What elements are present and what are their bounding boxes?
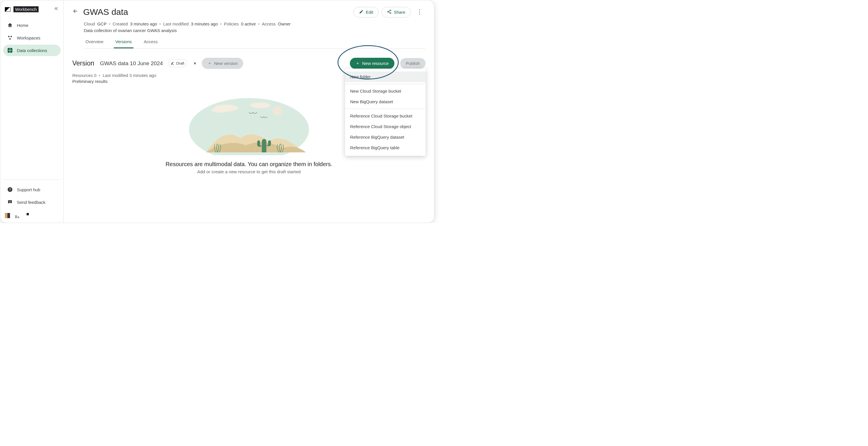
tab-access[interactable]: Access (142, 36, 159, 48)
avatar[interactable] (5, 213, 10, 218)
title-row: GWAS data Edit Share ⋮ (72, 7, 426, 18)
draft-edit-icon (170, 61, 175, 66)
menu-separator (345, 84, 426, 84)
svg-point-2 (9, 38, 11, 40)
tab-overview[interactable]: Overview (84, 36, 105, 48)
plus-icon: ＋ (355, 61, 360, 66)
version-row: Version GWAS data 10 June 2024 Draft ▾ ＋… (72, 58, 426, 69)
resources-count: 0 (94, 73, 96, 78)
meta-policies-label: Policies (224, 22, 239, 26)
svg-rect-9 (10, 202, 10, 203)
more-menu-button[interactable]: ⋮ (413, 7, 426, 18)
avatar-row (3, 209, 61, 219)
svg-rect-10 (15, 215, 17, 218)
main: GWAS data Edit Share ⋮ Cloud GCP • (64, 0, 434, 223)
separator-dot: • (99, 73, 100, 78)
workspaces-icon (7, 35, 13, 40)
menu-separator (345, 109, 426, 109)
nav-data-collections[interactable]: Data collections (3, 44, 61, 56)
version-label: Version (72, 59, 94, 67)
separator-dot: • (109, 22, 110, 26)
svg-text:?: ? (9, 188, 11, 191)
nav-label: Send feedback (17, 200, 45, 205)
svg-line-16 (389, 10, 390, 11)
menu-reference-bigquery-dataset[interactable]: Reference BigQuery dataset (345, 132, 426, 142)
tab-versions[interactable]: Versions (114, 36, 134, 48)
publish-button: Publish (400, 58, 426, 69)
publish-label: Publish (406, 61, 420, 66)
svg-point-13 (390, 10, 391, 11)
meta-created-value: 3 minutes ago (130, 22, 157, 26)
nav-label: Home (17, 23, 28, 28)
svg-point-14 (388, 11, 389, 12)
brand-name: Workbench (13, 6, 39, 12)
avatar[interactable] (25, 213, 31, 218)
new-version-label: New version (214, 61, 238, 66)
content: Version GWAS data 10 June 2024 Draft ▾ ＋… (64, 52, 434, 223)
menu-reference-cloud-storage-object[interactable]: Reference Cloud Storage object (345, 121, 426, 132)
empty-subtitle: Add or create a new resource to get this… (197, 169, 301, 174)
nav-label: Data collections (17, 48, 47, 53)
version-modified-label: Last modified (103, 73, 128, 78)
version-modified-value: 3 minutes ago (129, 73, 156, 78)
edit-label: Edit (366, 10, 373, 14)
draft-status-chip[interactable]: Draft (168, 59, 187, 67)
share-icon (387, 9, 392, 15)
nav-workspaces[interactable]: Workspaces (3, 32, 61, 43)
svg-point-22 (250, 102, 270, 108)
menu-new-bigquery-dataset[interactable]: New BigQuery dataset (345, 96, 426, 107)
svg-line-17 (389, 12, 390, 13)
separator-dot: • (258, 22, 259, 26)
meta-cloud-value: GCP (97, 22, 106, 26)
draft-label: Draft (176, 61, 184, 65)
primary-nav: Home Workspaces Data collections (3, 20, 61, 56)
page-description: Data collection of ovarian cancer GWAS a… (84, 28, 426, 33)
brand: Workbench (3, 4, 61, 17)
sidebar-bottom: ? Support hub Send feedback (3, 180, 61, 219)
share-button[interactable]: Share (381, 7, 411, 18)
svg-rect-12 (27, 213, 29, 215)
new-resource-button[interactable]: ＋ New resource (350, 58, 395, 69)
menu-new-cloud-storage-bucket[interactable]: New Cloud Storage bucket (345, 86, 426, 96)
feedback-icon (7, 199, 13, 205)
page-title: GWAS data (83, 7, 128, 17)
meta-modified-value: 3 minutes ago (191, 22, 218, 26)
meta-cloud-label: Cloud (84, 22, 95, 26)
meta-modified-label: Last modified (163, 22, 189, 26)
chevron-down-icon[interactable]: ▾ (194, 61, 196, 66)
tabs: Overview Versions Access (84, 36, 426, 49)
new-resource-label: New resource (362, 61, 389, 66)
separator-dot: • (220, 22, 221, 26)
new-resource-menu: New folder New Cloud Storage bucket New … (345, 69, 426, 156)
pencil-icon (359, 9, 364, 15)
nav-support-hub[interactable]: ? Support hub (3, 184, 61, 195)
grid-icon (7, 48, 13, 53)
svg-point-19 (273, 106, 282, 116)
svg-rect-11 (18, 216, 19, 218)
version-name: GWAS data 10 June 2024 (100, 60, 163, 67)
svg-point-0 (8, 36, 9, 37)
back-button[interactable] (72, 8, 79, 16)
svg-rect-8 (10, 201, 10, 202)
nav-home[interactable]: Home (3, 20, 61, 31)
menu-reference-cloud-storage-bucket[interactable]: Reference Cloud Storage bucket (345, 111, 426, 121)
meta-access-value: Owner (278, 22, 291, 26)
page-header: GWAS data Edit Share ⋮ Cloud GCP • (64, 0, 434, 52)
home-icon (7, 22, 13, 28)
svg-point-15 (390, 12, 391, 13)
sidebar: Workbench Home Workspaces (0, 0, 64, 223)
nav-label: Workspaces (17, 35, 40, 40)
avatar[interactable] (15, 213, 20, 218)
nav-send-feedback[interactable]: Send feedback (3, 197, 61, 208)
menu-reference-bigquery-table[interactable]: Reference BigQuery table (345, 142, 426, 153)
meta-policies-value: 0 active (241, 22, 256, 26)
menu-new-folder[interactable]: New folder (345, 71, 426, 82)
edit-button[interactable]: Edit (353, 7, 379, 18)
meta-created-label: Created (113, 22, 128, 26)
collapse-sidebar-button[interactable] (54, 6, 59, 12)
help-icon: ? (7, 187, 13, 192)
share-label: Share (394, 10, 405, 14)
plus-icon: ＋ (208, 61, 212, 66)
svg-point-1 (10, 36, 12, 37)
svg-point-21 (212, 108, 229, 113)
